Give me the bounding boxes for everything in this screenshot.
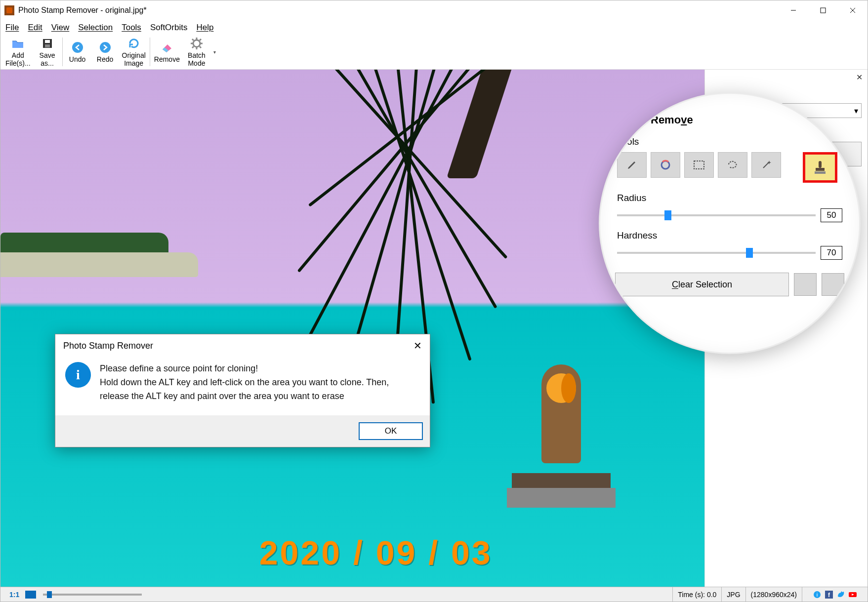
svg-rect-1 — [821, 8, 826, 13]
svg-line-16 — [200, 39, 201, 40]
zoom-1to1-button[interactable]: 1:1 — [5, 591, 23, 599]
tools-row — [615, 152, 844, 183]
close-button[interactable] — [838, 0, 868, 20]
color-eraser-tool[interactable] — [651, 152, 680, 178]
menu-softorbits[interactable]: SoftOrbits — [150, 23, 188, 33]
marquee-icon — [693, 160, 705, 170]
menu-edit[interactable]: Edit — [28, 23, 42, 33]
menu-view[interactable]: View — [51, 23, 70, 33]
radius-label: Radius — [617, 193, 844, 203]
svg-rect-23 — [815, 171, 826, 174]
svg-point-18 — [661, 161, 669, 169]
menu-bar: File Edit View Selection Tools SoftOrbit… — [0, 20, 868, 35]
info-icon: i — [65, 362, 91, 388]
radius-value[interactable]: 50 — [821, 208, 842, 222]
status-bar: 1:1 Time (s): 0.0 JPG (1280x960x24) i f — [0, 587, 868, 602]
status-dimensions: (1280x960x24) — [745, 587, 802, 602]
radius-slider[interactable] — [617, 214, 816, 216]
remove-button[interactable]: Remove — [151, 36, 183, 68]
image-canvas[interactable]: 2020 / 09 / 03 Photo Stamp Remover ✕ i P… — [0, 70, 704, 587]
magic-wand-tool[interactable] — [751, 152, 781, 178]
svg-point-9 — [193, 40, 200, 47]
menu-tools[interactable]: Tools — [122, 23, 141, 33]
clone-stamp-tool[interactable] — [803, 152, 837, 183]
redo-icon — [98, 40, 112, 54]
original-image-button[interactable]: Original Image — [119, 36, 149, 68]
menu-help[interactable]: Help — [196, 23, 213, 33]
svg-rect-22 — [816, 168, 825, 171]
add-files-button[interactable]: Add File(s)... — [2, 36, 34, 68]
twitter-icon[interactable] — [837, 591, 845, 599]
close-icon — [850, 7, 856, 13]
minimize-button[interactable] — [779, 0, 808, 20]
dialog-close-button[interactable]: ✕ — [413, 340, 422, 352]
fit-screen-button[interactable] — [25, 591, 36, 599]
magnified-panel-title: Remove — [651, 114, 693, 126]
pencil-tool[interactable] — [617, 152, 647, 178]
info-circle-icon[interactable]: i — [813, 591, 821, 599]
panel-close-button[interactable]: ✕ — [856, 73, 863, 82]
menu-file[interactable]: File — [5, 23, 19, 33]
status-format: JPG — [721, 587, 745, 602]
save-as-button[interactable]: Save as... — [34, 36, 61, 68]
svg-line-15 — [200, 46, 201, 48]
youtube-icon[interactable] — [849, 591, 857, 599]
app-icon — [4, 5, 14, 15]
clear-selection-button[interactable]: Clear Selection — [615, 273, 789, 296]
stamp-illustration — [497, 364, 625, 513]
redo-button[interactable]: Redo — [91, 36, 119, 68]
hardness-value[interactable]: 70 — [821, 246, 842, 260]
minimize-icon — [790, 7, 796, 13]
refresh-icon — [127, 37, 141, 50]
title-bar: Photo Stamp Remover - original.jpg* — [0, 0, 868, 20]
undo-icon — [71, 40, 84, 54]
selection-tool-a[interactable] — [794, 273, 817, 296]
gear-icon — [190, 37, 204, 50]
pencil-icon — [626, 160, 637, 170]
svg-line-14 — [192, 39, 194, 40]
dialog-message: Please define a source point for cloning… — [100, 362, 420, 403]
info-dialog: Photo Stamp Remover ✕ i Please define a … — [55, 334, 430, 447]
maximize-button[interactable] — [808, 0, 838, 20]
window-controls — [779, 0, 868, 20]
content-area: 2020 / 09 / 03 Photo Stamp Remover ✕ i P… — [0, 70, 868, 587]
dialog-ok-button[interactable]: OK — [359, 422, 423, 440]
magnifier-overlay: Remove Tools Radius 50 Hardness 70 — [599, 92, 861, 354]
menu-selection[interactable]: Selection — [78, 23, 113, 33]
status-time: Time (s): 0.0 — [672, 587, 721, 602]
svg-point-8 — [100, 42, 111, 53]
date-stamp-text: 2020 / 09 / 03 — [259, 533, 493, 572]
svg-rect-19 — [694, 161, 704, 169]
main-toolbar: Add File(s)... Save as... Undo Redo Orig… — [0, 35, 868, 70]
facebook-icon[interactable]: f — [825, 591, 833, 599]
svg-point-7 — [72, 42, 83, 53]
status-social: i f — [802, 587, 868, 602]
eraser-icon — [160, 40, 174, 54]
tools-section-label: Tools — [617, 136, 844, 147]
zoom-controls: 1:1 — [0, 587, 152, 602]
lasso-icon — [727, 160, 739, 170]
wand-icon — [761, 160, 772, 170]
chevron-down-icon: ▾ — [854, 106, 858, 116]
dialog-title-bar: Photo Stamp Remover ✕ — [55, 334, 430, 357]
color-eraser-icon — [660, 159, 671, 171]
rectangle-select-tool[interactable] — [684, 152, 714, 178]
app-window: Photo Stamp Remover - original.jpg* File… — [0, 0, 868, 602]
zoom-slider[interactable] — [43, 594, 142, 596]
svg-rect-6 — [45, 44, 50, 47]
undo-button[interactable]: Undo — [64, 36, 91, 68]
save-icon — [41, 37, 54, 50]
toolbar-separator — [62, 38, 63, 66]
free-select-tool[interactable] — [718, 152, 747, 178]
dialog-title-text: Photo Stamp Remover — [63, 341, 153, 351]
decorative-rocks — [0, 252, 198, 277]
hardness-slider[interactable] — [617, 252, 816, 254]
svg-line-20 — [763, 162, 769, 168]
toolbar-overflow[interactable]: ▾ — [210, 49, 219, 55]
folder-open-icon — [11, 37, 25, 50]
hardness-label: Hardness — [617, 230, 844, 241]
svg-text:i: i — [817, 592, 818, 598]
window-title: Photo Stamp Remover - original.jpg* — [18, 6, 779, 15]
stamp-icon — [814, 160, 827, 175]
batch-mode-button[interactable]: Batch Mode — [183, 36, 210, 68]
